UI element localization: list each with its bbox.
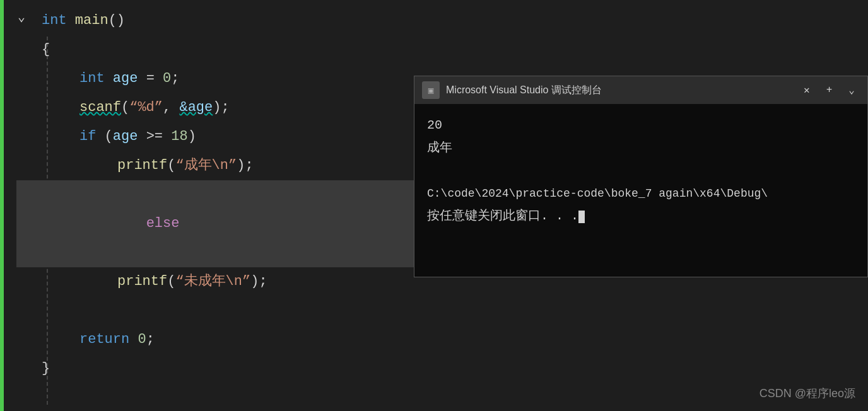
func-printf1: printf xyxy=(117,151,167,180)
terminal-window[interactable]: ▣ Microsoft Visual Studio 调试控制台 ✕ + ⌄ 20… xyxy=(414,76,868,277)
keyword-int2: int xyxy=(79,64,105,93)
paren-close4: ); xyxy=(250,267,267,296)
paren-close2: ) xyxy=(188,122,196,151)
terminal-body: 20 成年 C:\code\2024\practice-code\boke_7 … xyxy=(414,104,867,277)
close-brace: } xyxy=(42,354,50,383)
paren-open3: ( xyxy=(167,151,175,180)
func-scanf: scanf xyxy=(79,93,121,122)
terminal-output-path: C:\code\2024\practice-code\boke_7 again\… xyxy=(427,182,855,205)
code-line-open-brace: { xyxy=(16,35,868,64)
terminal-output-press-key: 按任意键关闭此窗口. . . xyxy=(427,205,855,228)
terminal-icon-symbol: ▣ xyxy=(428,85,433,96)
terminal-output-empty xyxy=(427,159,855,182)
paren-close1: ); xyxy=(213,93,229,122)
str-adult: “成年\n” xyxy=(175,151,237,180)
var-age: age xyxy=(113,64,138,93)
paren-close3: ); xyxy=(237,151,253,180)
code-line-empty xyxy=(16,296,868,325)
format-str: “%d” xyxy=(129,93,163,122)
var-age2: age xyxy=(113,122,138,151)
terminal-add-button[interactable]: + xyxy=(821,82,838,98)
code-line-main-decl: int main() xyxy=(16,6,868,35)
main-container: ⌄ int main() { int age = 0; scanf(“%d”, … xyxy=(0,0,868,411)
keyword-int: int xyxy=(42,6,67,35)
paren-open4: ( xyxy=(167,267,175,296)
str-minor: “未成年\n” xyxy=(175,267,250,296)
code-line-return: return 0; xyxy=(16,325,868,354)
semicolon2: ; xyxy=(146,325,155,354)
func-name: main xyxy=(75,6,108,35)
func-printf2: printf xyxy=(117,267,167,296)
terminal-chevron-button[interactable]: ⌄ xyxy=(843,81,860,99)
parens: () xyxy=(108,6,125,35)
terminal-cursor xyxy=(578,211,585,223)
terminal-title: Microsoft Visual Studio 调试控制台 xyxy=(446,84,792,97)
open-brace: { xyxy=(42,35,50,64)
num-18: 18 xyxy=(171,122,187,151)
num-zero2: 0 xyxy=(138,325,146,354)
paren-open1: ( xyxy=(121,93,129,122)
code-editor[interactable]: ⌄ int main() { int age = 0; scanf(“%d”, … xyxy=(4,0,868,411)
addr-age: &age xyxy=(179,93,213,122)
gte-op: >= xyxy=(146,122,163,151)
terminal-output-20: 20 xyxy=(427,114,855,137)
equals: = xyxy=(146,64,155,93)
collapse-arrow[interactable]: ⌄ xyxy=(18,9,25,25)
terminal-close-button[interactable]: ✕ xyxy=(799,81,815,99)
keyword-else: else xyxy=(146,216,180,231)
terminal-titlebar: ▣ Microsoft Visual Studio 调试控制台 ✕ + ⌄ xyxy=(414,76,867,104)
keyword-if: if xyxy=(79,122,96,151)
terminal-output-adult: 成年 xyxy=(427,137,855,159)
watermark: CSDN @程序leo源 xyxy=(760,386,855,401)
code-line-close-brace: } xyxy=(16,354,868,383)
comma1: , xyxy=(163,93,171,122)
semicolon1: ; xyxy=(171,64,179,93)
num-zero: 0 xyxy=(163,64,171,93)
keyword-return: return xyxy=(79,325,129,354)
paren-open2: ( xyxy=(105,122,113,151)
terminal-app-icon: ▣ xyxy=(422,81,440,99)
